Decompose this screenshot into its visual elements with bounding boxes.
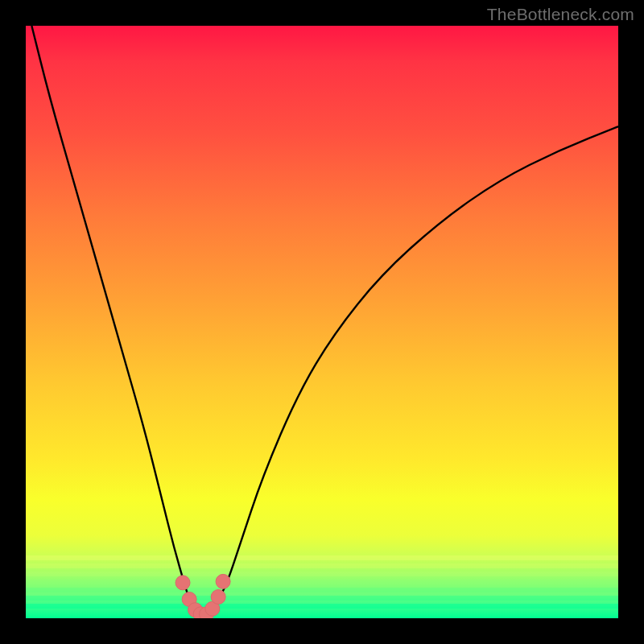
plot-background-gradient <box>26 26 618 618</box>
watermark-text: TheBottleneck.com <box>487 5 634 24</box>
chart-frame: TheBottleneck.com <box>0 0 644 644</box>
